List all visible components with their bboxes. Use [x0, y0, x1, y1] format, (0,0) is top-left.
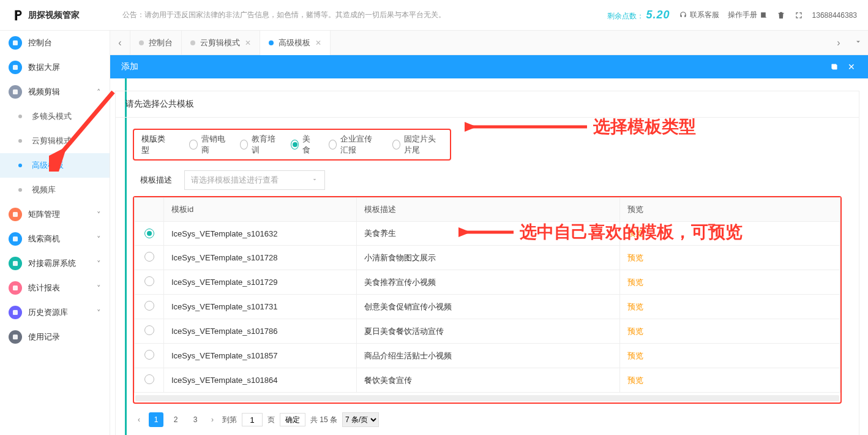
- card-title: 请先选择公共模板: [116, 91, 859, 118]
- template-type-radio-3[interactable]: 企业宣传汇报: [329, 134, 379, 156]
- template-table: 模板id 模板描述 预览 IceSys_VETemplate_s101632美食…: [134, 197, 840, 393]
- cell-template-desc: 小清新食物图文展示: [357, 246, 620, 270]
- page-prev[interactable]: ‹: [134, 415, 144, 424]
- template-table-outline: 模板id 模板描述 预览 IceSys_VETemplate_s101632美食…: [133, 196, 842, 404]
- template-type-radio-1[interactable]: 教育培训: [240, 134, 277, 156]
- table-row[interactable]: IceSys_VETemplate_s101632美食养生预览: [135, 222, 840, 246]
- trash-icon[interactable]: [777, 10, 786, 20]
- table-row[interactable]: IceSys_VETemplate_s101857商品介绍生活贴士小视频预览: [135, 344, 840, 368]
- tab-dot-icon: [190, 40, 195, 45]
- credits-value: 5.20: [646, 9, 670, 21]
- template-desc-label: 模板描述: [140, 175, 172, 186]
- page-suffix: 页: [268, 415, 275, 425]
- preview-link[interactable]: 预览: [627, 351, 643, 360]
- sidebar-item-11[interactable]: 历史资源库˅: [0, 300, 110, 325]
- radio-icon: [240, 140, 248, 149]
- cell-template-desc: 美食推荐宣传小视频: [357, 270, 620, 295]
- table-row[interactable]: IceSys_VETemplate_s101864餐饮美食宣传预览: [135, 368, 840, 393]
- goto-label: 到第: [222, 415, 237, 425]
- row-radio[interactable]: [144, 350, 154, 360]
- manual-link[interactable]: 操作手册: [728, 10, 768, 20]
- tabs-more-icon[interactable]: [848, 37, 868, 48]
- menu-icon: [9, 330, 22, 344]
- cell-template-desc: 餐饮美食宣传: [357, 368, 620, 393]
- page-3[interactable]: 3: [188, 412, 203, 427]
- fullscreen-icon[interactable]: [795, 10, 804, 20]
- sidebar-item-7[interactable]: 矩阵管理˅: [0, 202, 110, 227]
- preview-link[interactable]: 预览: [627, 278, 643, 287]
- bullet-icon: [18, 188, 22, 192]
- svg-rect-0: [13, 40, 18, 45]
- radio-icon: [329, 140, 337, 149]
- cell-template-desc: 夏日美食餐饮活动宣传: [357, 319, 620, 344]
- horizontal-scrollbar[interactable]: [135, 395, 839, 401]
- page-2[interactable]: 2: [168, 412, 183, 427]
- sidebar-item-9[interactable]: 对接霸屏系统˅: [0, 251, 110, 276]
- preview-link[interactable]: 预览: [627, 302, 643, 311]
- template-type-radio-2[interactable]: 美食: [291, 134, 315, 156]
- sidebar-item-12[interactable]: 使用记录: [0, 325, 110, 349]
- sidebar-item-6[interactable]: 视频库: [0, 178, 110, 202]
- panel-header: 添加 ✕: [110, 55, 868, 78]
- cell-template-id: IceSys_VETemplate_s101864: [164, 368, 357, 393]
- chevron-down-icon: ˅: [97, 308, 101, 317]
- brand-logo: 朋探视频管家: [11, 9, 80, 22]
- col-template-id: 模板id: [164, 198, 357, 222]
- menu-icon: [9, 85, 22, 99]
- book-icon: [759, 10, 768, 20]
- table-row[interactable]: IceSys_VETemplate_s101786夏日美食餐饮活动宣传预览: [135, 319, 840, 344]
- goto-confirm-button[interactable]: 确定: [280, 413, 305, 426]
- template-selection-card: 请先选择公共模板 模版类型 营销电商教育培训美食企业宣传汇报固定片头片尾 选择模…: [115, 91, 859, 435]
- page-1[interactable]: 1: [149, 412, 163, 427]
- restore-window-icon[interactable]: [829, 62, 840, 71]
- close-icon[interactable]: ✕: [315, 39, 321, 47]
- svg-rect-5: [13, 261, 18, 266]
- template-type-label: 模版类型: [141, 134, 168, 156]
- tabs-scroll-right[interactable]: ›: [829, 37, 848, 48]
- bullet-icon: [18, 164, 22, 167]
- cell-template-id: IceSys_VETemplate_s101786: [164, 319, 357, 344]
- template-type-radio-0[interactable]: 营销电商: [189, 134, 226, 156]
- row-radio[interactable]: [144, 252, 154, 262]
- tabs-scroll-left[interactable]: ‹: [110, 37, 130, 48]
- table-row[interactable]: IceSys_VETemplate_s101728小清新食物图文展示预览: [135, 246, 840, 270]
- row-radio[interactable]: [144, 229, 154, 238]
- cell-template-id: IceSys_VETemplate_s101728: [164, 246, 357, 270]
- contact-support-link[interactable]: 联系客服: [679, 10, 719, 20]
- menu-icon: [9, 61, 22, 74]
- preview-link[interactable]: 预览: [627, 327, 643, 336]
- sidebar-item-8[interactable]: 线索商机˅: [0, 227, 110, 251]
- close-icon[interactable]: ✕: [245, 39, 251, 47]
- preview-link[interactable]: 预览: [627, 376, 643, 385]
- row-radio[interactable]: [144, 276, 154, 286]
- per-page-select[interactable]: 7 条/页: [342, 412, 379, 427]
- sidebar-item-1[interactable]: 数据大屏: [0, 55, 110, 80]
- chevron-down-icon: [311, 176, 318, 185]
- preview-link[interactable]: 预览: [627, 229, 643, 238]
- announcement-text: 公告：请勿用于违反国家法律的非法广告信息，如色情，赌博等。其造成的一切后果与本平…: [122, 10, 607, 20]
- cell-template-id: IceSys_VETemplate_s101632: [164, 222, 357, 246]
- sidebar-item-4[interactable]: 云剪辑模式: [0, 129, 110, 153]
- credits-label: 剩余点数：: [607, 12, 644, 20]
- table-row[interactable]: IceSys_VETemplate_s101731创意美食促销宣传小视频预览: [135, 295, 840, 319]
- sidebar-item-0[interactable]: 控制台: [0, 31, 110, 55]
- logo-icon: [11, 9, 24, 22]
- table-row[interactable]: IceSys_VETemplate_s101729美食推荐宣传小视频预览: [135, 270, 840, 295]
- sidebar-item-2[interactable]: 视频剪辑˄: [0, 80, 110, 104]
- template-type-radio-4[interactable]: 固定片头片尾: [392, 134, 443, 156]
- row-radio[interactable]: [144, 301, 154, 311]
- template-desc-select[interactable]: 请选择模板描述进行查看: [184, 170, 325, 190]
- tab-cloud-edit[interactable]: 云剪辑模式 ✕: [182, 31, 260, 55]
- page-next[interactable]: ›: [208, 415, 217, 424]
- sidebar-item-3[interactable]: 多镜头模式: [0, 104, 110, 129]
- close-panel-icon[interactable]: ✕: [846, 62, 857, 72]
- tab-advanced-template[interactable]: 高级模板 ✕: [260, 31, 331, 55]
- preview-link[interactable]: 预览: [627, 253, 643, 262]
- goto-page-input[interactable]: [242, 413, 263, 426]
- sidebar-item-10[interactable]: 统计报表˅: [0, 276, 110, 300]
- row-radio[interactable]: [144, 374, 154, 384]
- brand-text: 朋探视频管家: [28, 10, 80, 21]
- row-radio[interactable]: [144, 325, 154, 335]
- tab-home[interactable]: 控制台: [130, 31, 182, 55]
- sidebar-item-5[interactable]: 高级模板: [0, 153, 110, 178]
